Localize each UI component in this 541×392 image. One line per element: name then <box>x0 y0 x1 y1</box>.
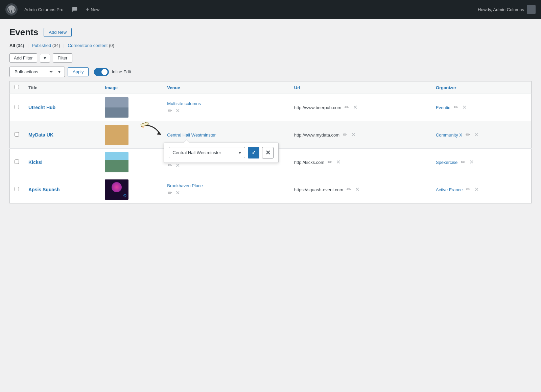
organizer-clear-icon[interactable]: ✕ <box>469 159 474 166</box>
new-menu[interactable]: + New <box>86 6 100 13</box>
event-title-link[interactable]: Apsis Squash <box>28 187 60 192</box>
venue-select[interactable]: Central Hall Westminster Multisite colum… <box>169 147 245 158</box>
all-link[interactable]: All (34) <box>9 43 25 48</box>
filter-button[interactable]: Filter <box>53 53 73 63</box>
popup-select-wrapper: Central Hall Westminster Multisite colum… <box>169 147 245 158</box>
row-checkbox[interactable] <box>15 160 19 164</box>
admin-bar: Admin Columns Pro + New Howdy, Admin Col… <box>0 0 541 19</box>
filter-bar: Add Filter ▼ Filter <box>9 53 532 63</box>
row-checkbox[interactable] <box>15 105 19 109</box>
venue-cell: Multisite columns ✏ ✕ <box>167 101 284 114</box>
admin-columns-pro-link[interactable]: Admin Columns Pro <box>24 7 64 12</box>
venue-link[interactable]: Multisite columns <box>167 101 201 106</box>
new-label: New <box>91 7 99 12</box>
popup-cancel-button[interactable]: ✕ <box>262 147 274 158</box>
select-all-checkbox[interactable] <box>15 85 19 89</box>
events-table: Title Image Venue Url Organizer Utrecht … <box>9 81 532 203</box>
add-new-button[interactable]: Add New <box>44 28 72 37</box>
bulk-actions-select[interactable]: Bulk actions Edit Move to Trash <box>10 67 54 77</box>
inline-edit-popup: Central Hall Westminster Multisite colum… <box>164 143 279 163</box>
cornerstone-link[interactable]: Cornerstone content (0) <box>68 43 114 48</box>
venue-cell: Central Hall Westminster <box>167 132 284 138</box>
wp-logo[interactable] <box>5 3 18 16</box>
event-thumbnail <box>105 179 128 200</box>
organizer-edit-icon[interactable]: ✏ <box>460 159 466 166</box>
venue-inline-icons: ✏ ✕ <box>167 107 284 114</box>
venue-clear-icon[interactable]: ✕ <box>175 190 181 196</box>
table-row: Apsis Squash Brookhaven Place ✏ ✕ <box>10 176 532 203</box>
url-edit-icon[interactable]: ✏ <box>342 131 348 138</box>
venue-clear-icon[interactable]: ✕ <box>175 162 181 169</box>
venue-inline-icons: ✏ ✕ <box>167 162 284 169</box>
event-thumbnail <box>105 152 128 172</box>
col-header-venue[interactable]: Venue <box>162 81 289 94</box>
bulk-actions-wrapper: Bulk actions Edit Move to Trash ▼ <box>9 67 65 77</box>
url-clear-icon[interactable]: ✕ <box>354 186 360 193</box>
url-edit-icon[interactable]: ✏ <box>327 159 333 166</box>
organizer-link[interactable]: Active France <box>436 187 463 192</box>
url-clear-icon[interactable]: ✕ <box>351 131 356 138</box>
apply-button[interactable]: Apply <box>68 67 89 76</box>
venue-inline-icons: ✏ ✕ <box>167 190 284 196</box>
organizer-clear-icon[interactable]: ✕ <box>474 186 479 193</box>
organizer-edit-icon[interactable]: ✏ <box>453 104 459 111</box>
bulk-chevron-icon: ▼ <box>54 68 65 76</box>
popup-confirm-button[interactable]: ✓ <box>248 147 259 158</box>
bulk-bar: Bulk actions Edit Move to Trash ▼ Apply … <box>9 67 532 77</box>
plus-icon: + <box>86 6 90 13</box>
row-checkbox[interactable] <box>15 187 19 191</box>
comments-icon[interactable] <box>70 5 79 14</box>
url-link[interactable]: http://www.beerpub.com <box>294 105 341 110</box>
venue-edit-icon[interactable]: ✏ <box>167 190 173 196</box>
event-thumbnail <box>105 97 128 118</box>
inline-edit-toggle[interactable] <box>94 68 109 76</box>
url-link[interactable]: http://www.mydata.com <box>294 132 339 138</box>
avatar <box>527 5 536 14</box>
inline-edit-label: Inline Edit <box>112 69 131 74</box>
venue-clear-icon[interactable]: ✕ <box>175 107 181 114</box>
x-icon: ✕ <box>265 149 270 156</box>
table-row: MyData UK Central Hall Westminster <box>10 121 532 149</box>
organizer-link[interactable]: Community X <box>436 132 462 138</box>
organizer-edit-icon[interactable]: ✏ <box>465 186 471 193</box>
event-title-link[interactable]: MyData UK <box>28 132 53 138</box>
venue-edit-icon[interactable]: ✏ <box>167 162 173 169</box>
howdy-text: Howdy, Admin Columns <box>478 7 524 12</box>
venue-link[interactable]: Central Hall Westminster <box>167 132 216 138</box>
row-checkbox[interactable] <box>15 132 19 137</box>
url-clear-icon[interactable]: ✕ <box>352 104 358 111</box>
col-header-url[interactable]: Url <box>289 81 431 94</box>
event-thumbnail <box>105 125 128 145</box>
table-row: Utrecht Hub Multisite columns ✏ ✕ <box>10 94 532 121</box>
organizer-clear-icon[interactable]: ✕ <box>473 131 479 138</box>
organizer-link[interactable]: Eventic <box>436 105 450 110</box>
howdy-menu[interactable]: Howdy, Admin Columns <box>478 5 536 14</box>
venue-edit-icon[interactable]: ✏ <box>167 107 173 114</box>
organizer-edit-icon[interactable]: ✏ <box>465 131 471 138</box>
url-edit-icon[interactable]: ✏ <box>344 104 350 111</box>
add-filter-button[interactable]: Add Filter <box>9 53 37 63</box>
col-header-organizer[interactable]: Organizer <box>431 81 532 94</box>
inline-edit-toggle-wrapper: Inline Edit <box>94 68 131 76</box>
published-link[interactable]: Published (34) <box>32 43 62 48</box>
check-icon: ✓ <box>252 149 256 156</box>
table-header-row: Title Image Venue Url Organizer <box>10 81 532 94</box>
url-link[interactable]: http://kicks.com <box>294 160 325 165</box>
filter-dropdown-button[interactable]: ▼ <box>40 54 50 63</box>
organizer-clear-icon[interactable]: ✕ <box>462 104 467 111</box>
event-title-link[interactable]: Utrecht Hub <box>28 105 55 110</box>
url-edit-icon[interactable]: ✏ <box>346 186 352 193</box>
url-link[interactable]: https://squash-event.com <box>294 187 343 192</box>
url-clear-icon[interactable]: ✕ <box>335 159 341 166</box>
venue-cell: Brookhaven Place ✏ ✕ <box>167 183 284 196</box>
col-header-title[interactable]: Title <box>24 81 100 94</box>
organizer-link[interactable]: Spexercise <box>436 160 457 165</box>
venue-link[interactable]: Brookhaven Place <box>167 183 203 188</box>
col-header-image[interactable]: Image <box>100 81 162 94</box>
event-title-link[interactable]: Kicks! <box>28 160 43 165</box>
sub-nav: All (34) | Published (34) | Cornerstone … <box>9 43 532 48</box>
page-title: Events <box>9 27 38 38</box>
